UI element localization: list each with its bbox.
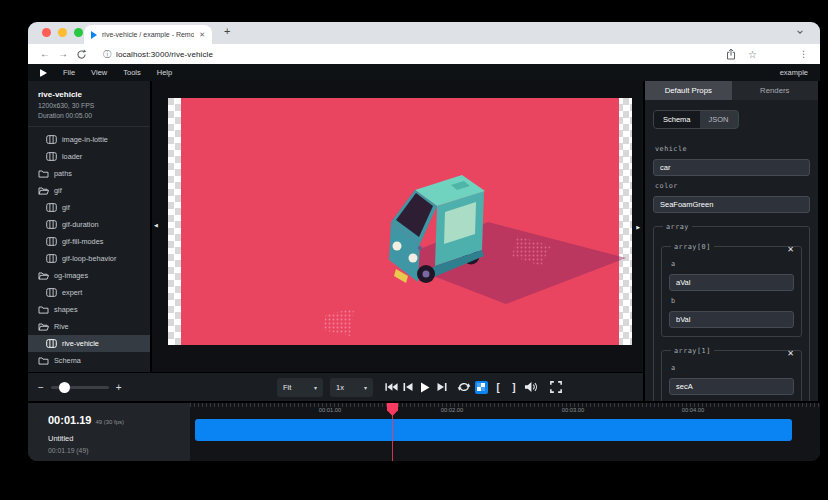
site-info-icon[interactable]: ⓘ (103, 49, 111, 60)
url-text: localhost:3000/rive-vehicle (116, 50, 213, 59)
previous-frame-button[interactable] (400, 379, 416, 395)
remotion-favicon-icon (91, 31, 97, 39)
sidebar-item-paths[interactable]: paths (28, 165, 150, 182)
tab-schema[interactable]: Schema (654, 111, 700, 128)
project-name-label: example (780, 68, 808, 77)
tab-default-props[interactable]: Default Props (645, 81, 732, 100)
panel-collapse-icon[interactable]: ▶ (636, 225, 640, 230)
timeline-ruler[interactable]: 00:01.00 00:02.00 00:03.00 00:04.00 (190, 403, 820, 415)
loop-button[interactable] (456, 379, 472, 395)
sidebar-item-loader[interactable]: loader (28, 148, 150, 165)
transparency-checkerboard-toggle[interactable] (473, 379, 489, 395)
timeline-tracks[interactable]: 00:01.00 00:02.00 00:03.00 00:04.00 (190, 403, 820, 461)
sidebar-item-rive-vehicle[interactable]: rive-vehicle (28, 335, 150, 352)
next-frame-button[interactable] (434, 379, 450, 395)
tab-json[interactable]: JSON (700, 111, 738, 128)
composition-frame (168, 98, 632, 345)
sidebar-item-gif-fill-modes[interactable]: gif-fill-modes (28, 233, 150, 250)
sidebar-item-gif-duration[interactable]: gif-duration (28, 216, 150, 233)
sidebar-item-gif[interactable]: gif (28, 182, 150, 199)
remove-item-icon[interactable]: ✕ (787, 349, 794, 358)
menu-tools[interactable]: Tools (123, 68, 141, 77)
browser-address-bar: ← → ⓘ localhost:3000/rive-vehicle ☆ ⋮ (28, 44, 820, 64)
preview-canvas[interactable]: ◀ ▶ (150, 81, 643, 372)
vehicle-input[interactable] (653, 159, 810, 176)
play-button[interactable] (417, 379, 433, 395)
zoom-button[interactable] (74, 28, 83, 37)
color-input[interactable] (653, 196, 810, 213)
field-b-input[interactable] (669, 311, 794, 328)
sidebar-item-gif[interactable]: gif (28, 199, 150, 216)
jump-to-start-button[interactable] (383, 379, 399, 395)
vehicle-field-label: vehicle (655, 145, 810, 153)
sidebar-item-expert[interactable]: expert (28, 284, 150, 301)
menu-file[interactable]: File (63, 68, 75, 77)
url-field[interactable]: ⓘ localhost:3000/rive-vehicle (95, 49, 718, 60)
zoom-slider[interactable] (51, 386, 109, 389)
size-select[interactable]: Fit ▾ (277, 378, 323, 397)
array-legend: array (663, 223, 692, 231)
sidebar-item-label: loader (62, 152, 82, 161)
film-icon (46, 339, 57, 349)
timeline-track-bar[interactable] (195, 419, 792, 441)
back-icon[interactable]: ← (40, 49, 50, 59)
tab-close-icon[interactable]: ✕ (199, 31, 205, 39)
share-icon[interactable] (726, 48, 736, 60)
out-point-button[interactable]: ] (506, 379, 522, 395)
compositions-sidebar: rive-vehicle 1200x630, 30 FPS Duration 0… (28, 81, 150, 372)
current-time-display: 00:01.19 (48, 414, 91, 426)
reload-icon[interactable] (76, 49, 87, 60)
browser-tab[interactable]: rive-vehicle / example - Remoti ✕ (84, 25, 212, 44)
composition-duration: Duration 00:05.00 (38, 112, 140, 119)
new-tab-button[interactable]: + (224, 25, 230, 37)
array-item-1-legend: array[1] (671, 347, 714, 355)
volume-button[interactable] (522, 379, 538, 395)
sidebar-item-gif-loop-behavior[interactable]: gif-loop-behavior (28, 250, 150, 267)
zoom-in-button[interactable]: + (116, 382, 122, 393)
field-a-input[interactable] (669, 378, 794, 395)
zoom-slider-knob[interactable] (59, 382, 70, 393)
folder-open-icon (38, 271, 49, 281)
sidebar-item-Rive[interactable]: Rive (28, 318, 150, 335)
remotion-logo-icon[interactable] (40, 69, 47, 77)
browser-tabstrip: rive-vehicle / example - Remoti ✕ + (28, 22, 820, 44)
browser-menu-icon[interactable]: ⋮ (799, 49, 808, 59)
bookmark-star-icon[interactable]: ☆ (748, 49, 757, 60)
sidebar-item-label: gif (54, 186, 62, 195)
menu-help[interactable]: Help (157, 68, 172, 77)
sidebar-collapse-icon[interactable]: ◀ (154, 223, 158, 228)
out-bracket-icon: ] (511, 382, 517, 393)
sidebar-item-label: gif (62, 203, 70, 212)
sidebar-item-og-images[interactable]: og-images (28, 267, 150, 284)
sidebar-item-shapes[interactable]: shapes (28, 301, 150, 318)
ruler-label: 00:01.00 (319, 407, 342, 413)
composition-meta: 1200x630, 30 FPS (38, 102, 140, 109)
field-a-input[interactable] (669, 274, 794, 291)
sidebar-item-label: og-images (54, 271, 88, 280)
sidebar-item-label: expert (62, 288, 82, 297)
folder-icon (38, 305, 49, 315)
tab-search-chevron-icon[interactable] (796, 28, 804, 36)
track-duration: 00:01.19 (49) (48, 447, 190, 454)
track-name: Untitled (48, 434, 190, 443)
sidebar-item-label: gif-duration (62, 220, 99, 229)
sidebar-item-image-in-lottie[interactable]: image-in-lottie (28, 131, 150, 148)
array-fieldset: array array[0] ✕ a b array[1] ✕ a (653, 223, 810, 401)
forward-icon[interactable]: → (58, 49, 68, 59)
tab-title: rive-vehicle / example - Remoti (102, 31, 194, 38)
ruler-label: 00:02.00 (441, 407, 464, 413)
close-button[interactable] (42, 28, 51, 37)
speed-select[interactable]: 1x ▾ (330, 378, 373, 397)
array-item-0-legend: array[0] (671, 243, 714, 251)
minimize-button[interactable] (58, 28, 67, 37)
tab-renders[interactable]: Renders (732, 81, 819, 100)
in-point-button[interactable]: [ (490, 379, 506, 395)
chevron-down-icon: ▾ (314, 384, 317, 391)
film-icon (46, 152, 57, 162)
fullscreen-button[interactable] (548, 379, 564, 395)
current-frame-display: 49 (30 fps) (95, 419, 124, 425)
sidebar-item-Schema[interactable]: Schema (28, 352, 150, 369)
menu-view[interactable]: View (91, 68, 107, 77)
remove-item-icon[interactable]: ✕ (787, 245, 794, 254)
zoom-out-button[interactable]: − (38, 382, 44, 393)
